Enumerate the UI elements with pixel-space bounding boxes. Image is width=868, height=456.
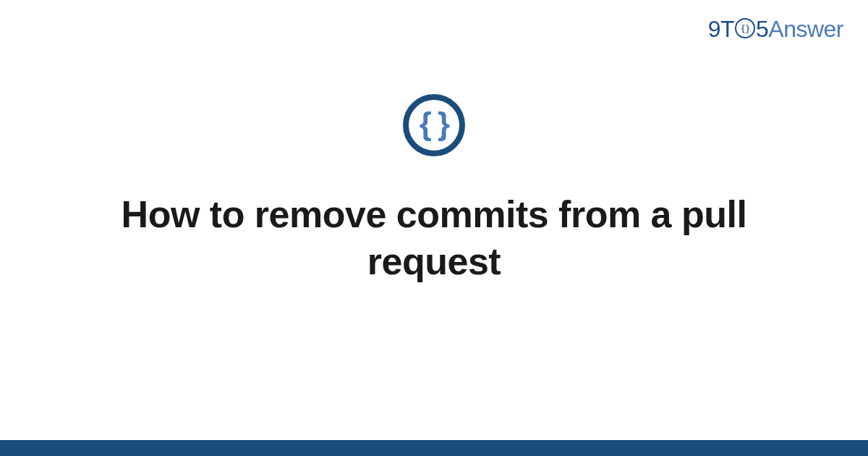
site-logo: 9T { } 5 Answer <box>708 16 843 43</box>
braces-icon: { } <box>403 94 465 156</box>
logo-o-circle: { } <box>735 18 755 38</box>
logo-o-braces: { } <box>741 22 749 33</box>
logo-text-answer: Answer <box>768 16 843 43</box>
page-title: How to remove commits from a pull reques… <box>80 191 788 285</box>
logo-text-5: 5 <box>756 16 768 43</box>
main-content: { } How to remove commits from a pull re… <box>0 94 868 285</box>
braces-glyph: { } <box>420 108 448 140</box>
logo-text-9t: 9T <box>708 16 734 43</box>
footer-accent-bar <box>0 440 868 456</box>
